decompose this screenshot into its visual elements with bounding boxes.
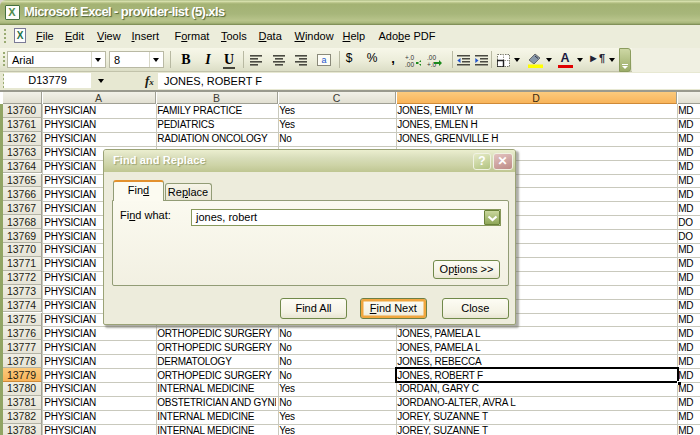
svg-text:+.0: +.0 — [405, 54, 415, 61]
svg-text:.00: .00 — [427, 54, 436, 61]
svg-text:.00: .00 — [405, 61, 414, 67]
